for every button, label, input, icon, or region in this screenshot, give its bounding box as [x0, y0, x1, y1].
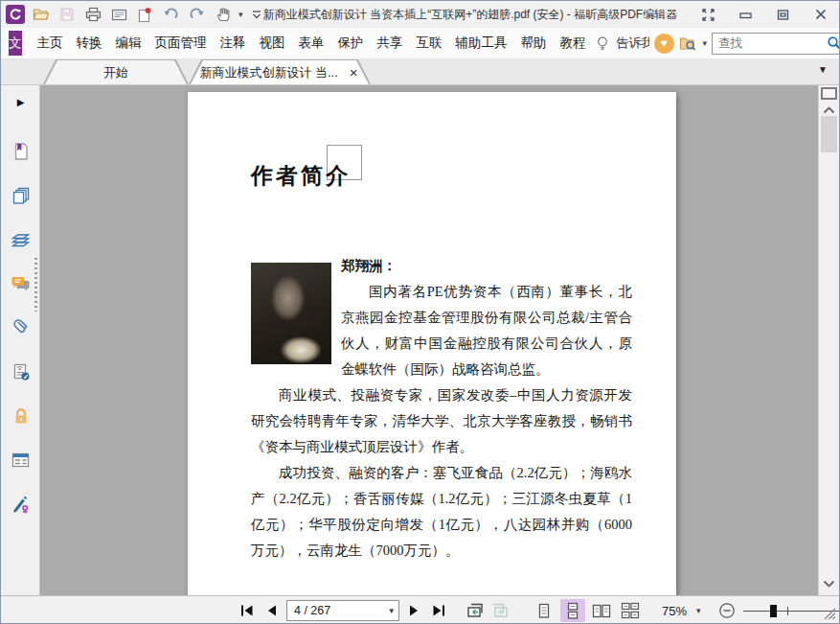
minimize-button[interactable] — [727, 1, 764, 28]
page-number-input[interactable] — [287, 604, 384, 617]
next-page-button[interactable] — [403, 600, 424, 621]
ribbon-tabs: 主页 转换 编辑 页面管理 注释 视图 表单 保护 共享 互联 辅助工具 帮助 … — [31, 31, 593, 56]
menu-file[interactable]: 文件 — [9, 31, 22, 56]
previous-view-button[interactable] — [465, 600, 486, 621]
menu-tutorial[interactable]: 教程 — [554, 31, 593, 56]
tab-close-icon[interactable]: × — [348, 65, 360, 80]
menu-view[interactable]: 视图 — [253, 31, 292, 56]
window-title: 新商业模式创新设计 当资本插上“互联网+”的翅膀.pdf (安全) - 福昕高级… — [245, 1, 695, 28]
bookmarks-panel-icon[interactable] — [1, 137, 40, 166]
menu-home[interactable]: 主页 — [31, 31, 70, 56]
scrollbar-thumb[interactable] — [821, 116, 837, 152]
menu-convert[interactable]: 转换 — [70, 31, 109, 56]
title-bar: ▾ 新商业模式创新设计 当资本插上“互联网+”的翅膀.pdf (安全) - 福昕… — [1, 1, 839, 28]
menu-bar: 文件 主页 转换 编辑 页面管理 注释 视图 表单 保护 共享 互联 辅助工具 … — [1, 28, 839, 58]
signature-panel-icon[interactable] — [1, 490, 40, 519]
single-page-view-button[interactable] — [532, 599, 556, 622]
zoom-dropdown[interactable]: ▾ — [696, 607, 701, 615]
new-document-button[interactable] — [135, 5, 154, 24]
layers-panel-icon[interactable] — [1, 225, 40, 254]
attachments-panel-icon[interactable] — [1, 313, 40, 342]
page-thumbnails-panel-icon[interactable] — [1, 181, 40, 210]
page-heading: 作者简介 — [251, 161, 351, 191]
redo-button[interactable] — [187, 5, 206, 24]
tab-overflow-dropdown[interactable]: ▼ — [818, 64, 828, 75]
menu-right-tools: 告诉我 ♥ ▾ ▾ ▶ — [593, 33, 840, 55]
menu-edit[interactable]: 编辑 — [109, 31, 148, 56]
close-button[interactable] — [802, 1, 839, 28]
hand-tool-button[interactable] — [213, 5, 232, 24]
foxit-logo-icon[interactable] — [6, 5, 25, 24]
menu-connect[interactable]: 互联 — [410, 31, 449, 56]
tab-document-label: 新商业模式创新设计 当... — [199, 64, 337, 81]
scrollbar-split-box[interactable] — [821, 87, 837, 100]
navigation-panel: ▶ — [1, 85, 40, 595]
previous-page-button[interactable] — [261, 600, 283, 621]
scroll-down-arrow[interactable] — [822, 577, 836, 591]
pdf-page: 作者简介 郑翔洲： 国内著名PE优势资本（西南）董事长，北京燕园金控基金管理股份… — [188, 92, 676, 595]
author-photo — [251, 263, 331, 364]
status-bar: ▾ — [1, 595, 839, 624]
find-box — [712, 33, 840, 55]
first-page-button[interactable] — [237, 600, 258, 621]
print-button[interactable] — [83, 5, 102, 24]
main-area: ▶ — [1, 85, 839, 595]
open-file-button[interactable] — [32, 5, 51, 24]
tab-start[interactable]: 开始 — [43, 59, 189, 84]
page-body-text: 郑翔洲： 国内著名PE优势资本（西南）董事长，北京燕园金控基金管理股份有限公司总… — [251, 253, 632, 564]
form-fields-panel-icon[interactable] — [1, 446, 40, 474]
continuous-view-button[interactable] — [560, 599, 585, 622]
digital-signatures-panel-icon[interactable] — [1, 358, 40, 386]
zoom-slider-center-tick — [787, 607, 789, 615]
menu-protect[interactable]: 保护 — [331, 31, 371, 56]
tab-start-label: 开始 — [103, 64, 128, 81]
window-resize-grip[interactable] — [823, 607, 835, 622]
facing-view-button[interactable] — [589, 599, 614, 622]
vertical-scrollbar[interactable] — [818, 85, 839, 595]
menu-share[interactable]: 共享 — [371, 31, 410, 56]
security-panel-icon[interactable] — [1, 402, 40, 430]
page-number-box: ▾ — [286, 600, 399, 621]
panel-resize-handle[interactable] — [34, 258, 37, 312]
heart-glyph: ♥ — [660, 36, 667, 50]
foxit-pdf-editor-window: ▾ 新商业模式创新设计 当资本插上“互联网+”的翅膀.pdf (安全) - 福昕… — [0, 0, 840, 624]
window-controls — [690, 1, 839, 28]
document-tab-bar: 开始 新商业模式创新设计 当... × ▼ — [1, 58, 839, 85]
document-canvas[interactable]: 作者简介 郑翔洲： 国内著名PE优势资本（西南）董事长，北京燕园金控基金管理股份… — [40, 85, 818, 595]
continuous-facing-view-button[interactable] — [618, 599, 643, 622]
menu-accessibility[interactable]: 辅助工具 — [449, 31, 514, 56]
find-input[interactable] — [713, 36, 824, 50]
undo-button[interactable] — [161, 5, 180, 24]
menu-help[interactable]: 帮助 — [514, 31, 554, 56]
fullscreen-button[interactable] — [690, 1, 727, 28]
search-folder-button[interactable] — [679, 34, 698, 53]
page-number-dropdown[interactable]: ▾ — [384, 607, 398, 615]
hand-tool-dropdown[interactable]: ▾ — [238, 11, 243, 19]
save-button[interactable] — [57, 5, 77, 24]
panel-expand-arrow[interactable]: ▶ — [1, 91, 40, 112]
paragraph-3: 成功投资、融资的客户：塞飞亚食品（2.2亿元）；海鸥水产（2.2亿元）；香舌丽传… — [251, 460, 632, 564]
zoom-out-button[interactable] — [716, 600, 738, 621]
zoom-level-label[interactable]: 75% — [662, 604, 687, 618]
search-folder-dropdown[interactable]: ▾ — [703, 39, 708, 48]
zoom-slider-handle[interactable] — [770, 605, 777, 617]
menu-form[interactable]: 表单 — [292, 31, 331, 56]
next-view-button[interactable] — [489, 600, 511, 621]
email-document-button[interactable] — [109, 5, 128, 24]
favorite-heart-icon[interactable]: ♥ — [654, 34, 674, 54]
tell-me-label[interactable]: 告诉我 — [617, 35, 649, 52]
tab-document[interactable]: 新商业模式创新设计 当... × — [189, 59, 371, 84]
restore-button[interactable] — [764, 1, 802, 28]
lightbulb-icon[interactable] — [593, 34, 612, 53]
menu-comment[interactable]: 注释 — [214, 31, 253, 56]
find-search-icon[interactable] — [824, 34, 840, 53]
menu-organize[interactable]: 页面管理 — [148, 31, 214, 56]
paragraph-2: 商业模式、投融资专家，国家发改委–中国人力资源开发研究会特聘青年专家，清华大学、… — [251, 382, 632, 460]
last-page-button[interactable] — [428, 600, 449, 621]
quick-access-toolbar: ▾ — [6, 1, 263, 28]
